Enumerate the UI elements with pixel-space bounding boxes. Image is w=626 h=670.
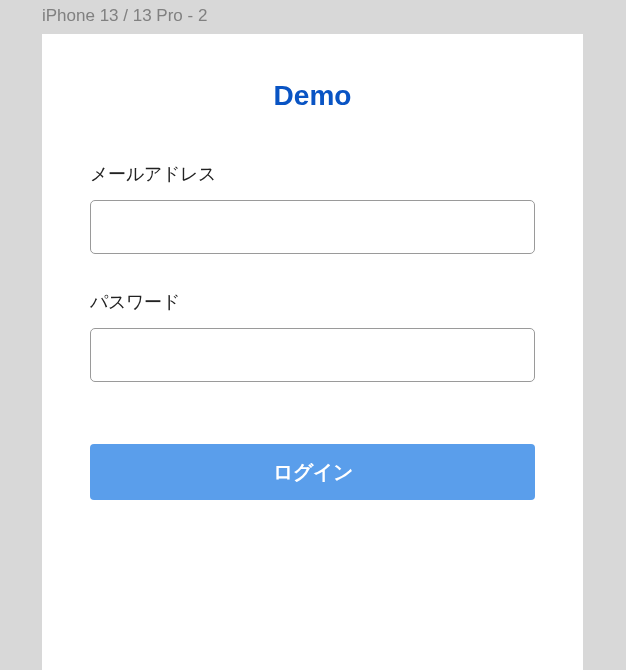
password-form-group: パスワード bbox=[90, 290, 535, 382]
password-label: パスワード bbox=[90, 290, 535, 314]
email-form-group: メールアドレス bbox=[90, 162, 535, 254]
device-frame: Demo メールアドレス パスワード ログイン bbox=[42, 34, 583, 670]
email-label: メールアドレス bbox=[90, 162, 535, 186]
password-input[interactable] bbox=[90, 328, 535, 382]
frame-label: iPhone 13 / 13 Pro - 2 bbox=[0, 0, 626, 34]
login-button[interactable]: ログイン bbox=[90, 444, 535, 500]
app-title: Demo bbox=[90, 80, 535, 112]
email-input[interactable] bbox=[90, 200, 535, 254]
